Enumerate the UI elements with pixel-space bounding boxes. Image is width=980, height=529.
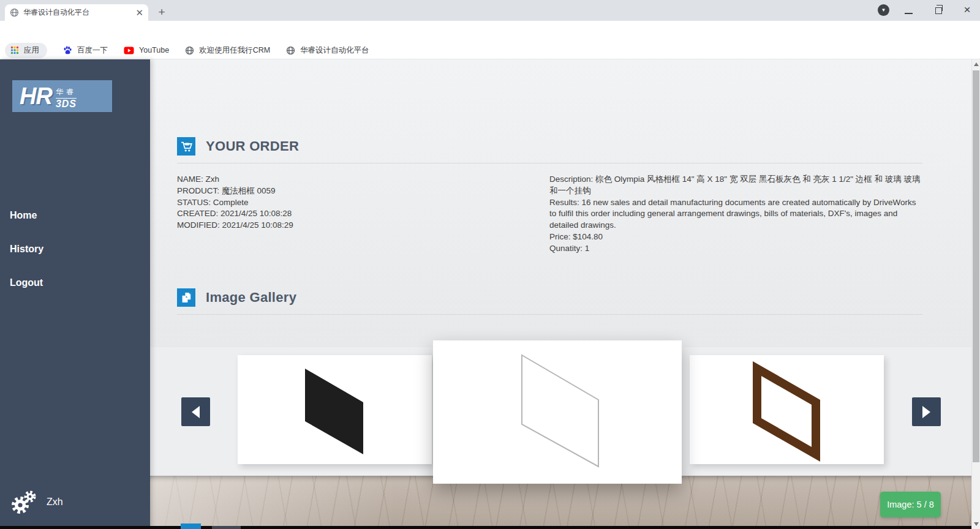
bookmarks-bar: 应用 百度一下 YouTube 欢迎使用任我行CRM 华睿设计自动化平台 [0, 42, 980, 59]
logo-chinese: 华睿 [56, 87, 77, 99]
tab-close-icon[interactable]: ✕ [135, 8, 143, 17]
sidebar-item-history[interactable]: History [0, 236, 150, 263]
order-description: Description: 棕色 Olympia 风格相框 14" 高 X 18"… [549, 174, 924, 197]
order-created: CREATED: 2021/4/25 10:08:28 [177, 208, 538, 220]
apps-grid-icon [10, 46, 19, 54]
bookmark-crm[interactable]: 欢迎使用任我行CRM [185, 45, 270, 56]
nav-label: History [10, 244, 43, 255]
next-section-icon-partial [181, 523, 201, 529]
user-name: Zxh [47, 497, 63, 508]
order-name: NAME: Zxh [177, 174, 538, 186]
globe-icon [185, 46, 194, 55]
sidebar-item-logout[interactable]: Logout [0, 269, 150, 296]
order-product: PRODUCT: 魔法相框 0059 [177, 186, 538, 197]
browser-tab[interactable]: 华睿设计自动化平台 ✕ [5, 4, 148, 21]
window-close-button[interactable]: × [960, 2, 974, 17]
bookmark-label: 应用 [24, 45, 39, 56]
order-quantity: Qunatity: 1 [549, 243, 924, 255]
gallery-image-next[interactable] [690, 355, 884, 464]
bookmark-huarui[interactable]: 华睿设计自动化平台 [286, 45, 369, 56]
scroll-down-icon[interactable] [974, 522, 979, 526]
baidu-paw-icon [63, 46, 72, 55]
window-minimize-button[interactable] [905, 13, 913, 14]
arrow-left-icon [192, 406, 200, 418]
scrollbar-thumb[interactable] [973, 70, 979, 462]
bookmark-label: YouTube [139, 46, 169, 54]
window-restore-button[interactable] [935, 7, 942, 14]
order-details: NAME: Zxh PRODUCT: 魔法相框 0059 STATUS: Com… [177, 174, 538, 231]
hr3ds-logo: HR 华睿 3DS [12, 80, 112, 112]
divider [177, 163, 922, 163]
browser-window: 华睿设计自动化平台 ✕ + ▼ × ← → ↻ 不安全 111.0.64.48:… [0, 0, 980, 529]
divider [177, 314, 922, 315]
tab-title: 华睿设计自动化平台 [23, 7, 131, 18]
gallery-section-title: Image Gallery [206, 290, 296, 306]
bookmark-label: 百度一下 [77, 45, 108, 56]
page-scrollbar[interactable] [971, 59, 980, 529]
bookmark-baidu[interactable]: 百度一下 [63, 45, 108, 56]
browser-update-icon[interactable]: ▼ [878, 4, 889, 16]
order-price: Price: $104.80 [549, 231, 924, 243]
gears-icon [10, 490, 37, 514]
sidebar-item-home[interactable]: Home [0, 202, 150, 229]
order-section-header: YOUR ORDER [177, 137, 299, 156]
bookmark-label: 华睿设计自动化平台 [300, 45, 369, 56]
bookmark-label: 欢迎使用任我行CRM [199, 45, 270, 56]
cart-icon [177, 137, 195, 156]
browser-toolbar: ← → ↻ 不安全 111.0.64.48:8082/History/魔法相框%… [0, 21, 980, 42]
carousel-prev-button[interactable] [181, 397, 210, 426]
gallery-section-header: Image Gallery [177, 288, 296, 307]
next-section-partial [0, 526, 971, 529]
nav-label: Home [10, 210, 37, 221]
scroll-up-icon[interactable] [974, 62, 979, 66]
order-summary: Description: 棕色 Olympia 风格相框 14" 高 X 18"… [549, 174, 924, 255]
image-counter-badge: Image: 5 / 8 [880, 492, 941, 517]
logo-sub: 3DS [56, 99, 77, 110]
new-tab-button[interactable]: + [154, 5, 169, 20]
gallery-image-current[interactable] [433, 340, 682, 484]
images-icon [177, 288, 195, 307]
arrow-right-icon [922, 406, 930, 418]
sidebar: HR 华睿 3DS Home History Logout [0, 59, 150, 529]
order-modified: MODIFIED: 2021/4/25 10:08:29 [177, 220, 538, 231]
logo-main: HR [20, 83, 52, 110]
order-status: STATUS: Complete [177, 197, 538, 209]
bookmark-youtube[interactable]: YouTube [124, 46, 169, 54]
bookmark-apps[interactable]: 应用 [5, 43, 47, 58]
order-results: Results: 16 new sales and detail manufac… [549, 197, 924, 231]
favicon-globe-icon [10, 8, 19, 17]
next-section-partial-gray [212, 526, 241, 529]
globe-icon [286, 46, 295, 55]
youtube-icon [124, 47, 134, 54]
carousel-next-button[interactable] [912, 397, 941, 426]
gallery-image-prev[interactable] [238, 355, 432, 464]
user-settings-row[interactable]: Zxh [10, 487, 138, 517]
title-bar: 华睿设计自动化平台 ✕ + ▼ × [0, 0, 980, 21]
room-floor-background [150, 476, 971, 529]
order-section-title: YOUR ORDER [206, 138, 299, 154]
nav-label: Logout [10, 277, 43, 288]
